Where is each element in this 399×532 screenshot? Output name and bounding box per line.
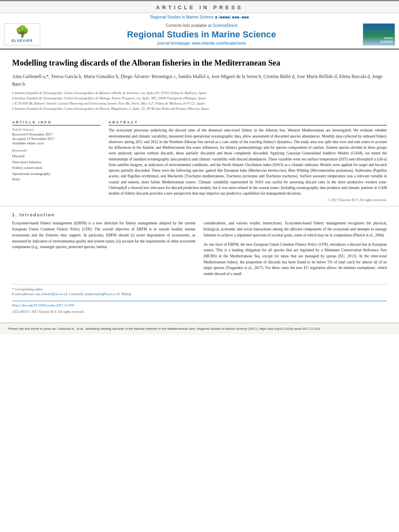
authors-text: Aina Carbonell a,*, Teresa García b, Mar…: [12, 74, 383, 87]
affiliation-c: c ICTS-SOCIB, Balearic Islands Coastal O…: [12, 101, 387, 106]
article-info-section-label: ARTICLE INFO: [12, 120, 101, 125]
history-label: Article history:: [12, 127, 101, 131]
article-in-press-banner: ARTICLE IN PRESS: [0, 0, 399, 13]
email-label: E-mail addresses:: [12, 292, 35, 296]
article-title-section: Modelling trawling discards of the Albor…: [0, 49, 399, 118]
contents-line: Contents lists available at ScienceDirec…: [166, 23, 237, 28]
email1-link[interactable]: ana.carbonell@ieo.es: [36, 292, 64, 296]
intro-para3: As one facet of EBFM, the new European U…: [204, 242, 387, 277]
abstract-text: The ecosystem processes underlying the d…: [109, 127, 387, 196]
contents-label: Contents lists available at: [166, 23, 211, 28]
keyword-otter-trawl: Otter-trawl fisheries: [12, 159, 101, 165]
journal-info: Contents lists available at ScienceDirec…: [44, 23, 359, 45]
sciencedirect-link[interactable]: ScienceDirect: [212, 23, 237, 28]
author1-label: (A. Carbonell),: [64, 292, 84, 296]
intro-para1: Ecosystem-based fishery management (EBFM…: [12, 220, 195, 250]
footnotes-section: * Corresponding author. E-mail addresses…: [12, 284, 387, 297]
elsevier-label: ELSEVIER: [12, 39, 33, 43]
abstract-copyright: © 2017 Elsevier B.V. All rights reserved…: [109, 198, 387, 202]
intro-title: Introduction: [19, 212, 55, 217]
author2-label: (S. Mallol).: [117, 292, 132, 296]
citation-footer: Please cite this article in press as: Ca…: [0, 322, 399, 335]
article-info-col: ARTICLE INFO Article history: Received 9…: [12, 120, 101, 202]
abstract-body: The ecosystem processes underlying the d…: [109, 128, 387, 195]
intro-left: Ecosystem-based fishery management (EBFM…: [12, 220, 195, 280]
email-footnote: E-mail addresses: ana.carbonell@ieo.es (…: [12, 292, 387, 297]
keyword-nao: NAO: [12, 177, 101, 182]
banner-text: ARTICLE IN PRESS: [156, 4, 243, 10]
journal-homepage: journal homepage: www.elsevier.com/locat…: [157, 41, 246, 45]
elsevier-tree-icon: 🌳: [15, 26, 29, 37]
intro-right: considerations, and various trophic inte…: [204, 220, 387, 280]
abstract-col: ABSTRACT The ecosystem processes underly…: [109, 120, 387, 202]
keywords-label: Keywords:: [12, 148, 101, 152]
keywords-section: Keywords: Discards Otter-trawl fisheries…: [12, 148, 101, 182]
keyword-oceanography: Operational oceanography: [12, 171, 101, 177]
article-authors: Aina Carbonell a,*, Teresa García b, Mar…: [12, 73, 387, 88]
keyword-fishery: Fishery conservation: [12, 165, 101, 170]
doi-bottom-section: https://doi.org/10.1016/j.rsma.2017.11.0…: [12, 301, 387, 314]
journal-cover-image: marineSCIENCE: [363, 23, 395, 45]
keyword-discards: Discards: [12, 153, 101, 159]
journal-header: 🌳 ELSEVIER Contents lists available at S…: [0, 20, 399, 49]
accepted-date: Accepted 13 November 2017: [12, 137, 101, 141]
abstract-section-label: ABSTRACT: [109, 120, 387, 125]
doi-top-line: Regional Studies in Marine Science ■ (■■…: [0, 13, 399, 20]
affiliation-d: d Instituto Español de Oceanografía, Cen…: [12, 106, 387, 111]
corresponding-footnote: * Corresponding author.: [12, 287, 387, 292]
homepage-label: journal homepage:: [157, 41, 191, 45]
doi-top-text: Regional Studies in Marine Science ■ (■■…: [150, 15, 249, 19]
introduction-section: 1. Introduction Ecosystem-based fishery …: [0, 206, 399, 280]
available-online: Available online xxxx: [12, 141, 101, 145]
article-title: Modelling trawling discards of the Albor…: [12, 58, 387, 68]
journal-title: Regional Studies in Marine Science: [127, 29, 276, 40]
affiliations: a Instituto Español de Oceanografía, Cen…: [12, 90, 387, 111]
intro-two-col: Ecosystem-based fishery management (EBFM…: [12, 220, 387, 280]
intro-para2: considerations, and various trophic inte…: [204, 220, 387, 238]
doi-bottom-link[interactable]: https://doi.org/10.1016/j.rsma.2017.11.0…: [12, 303, 387, 307]
elsevier-logo: 🌳 ELSEVIER: [4, 23, 40, 45]
corresponding-label: * Corresponding author.: [12, 288, 43, 291]
issn-line: 2352-4855/© 2017 Elsevier B.V. All right…: [12, 310, 84, 314]
homepage-url[interactable]: www.elsevier.com/locate/rsma: [192, 41, 246, 45]
intro-heading: 1. Introduction: [12, 212, 387, 217]
page: ARTICLE IN PRESS Regional Studies in Mar…: [0, 0, 399, 532]
intro-number: 1.: [12, 212, 17, 217]
journal-cover-text: marineSCIENCE: [380, 37, 393, 43]
affiliation-b: b Instituto Español de Oceanografía, Cen…: [12, 96, 387, 101]
citation-text: Please cite this article in press as: Ca…: [8, 327, 321, 331]
affiliation-a: a Instituto Español de Oceanografía, Cen…: [12, 90, 387, 96]
email2-link[interactable]: sandra.mallol@ba.ieo.es: [84, 292, 116, 296]
article-info-abstract-section: ARTICLE INFO Article history: Received 9…: [0, 120, 399, 202]
received-date: Received 9 November 2017: [12, 132, 101, 136]
